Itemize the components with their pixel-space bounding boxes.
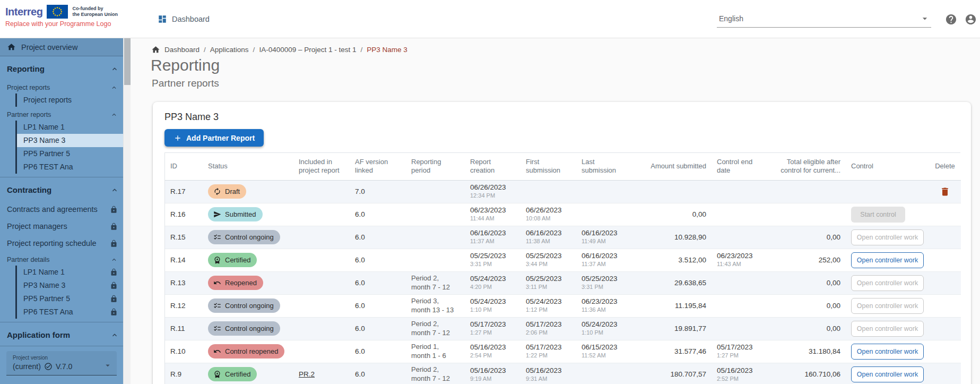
- column-header-id: ID: [165, 153, 203, 180]
- report-row[interactable]: R.12Control ongoing6.0Period 3,month 13 …: [165, 294, 961, 317]
- language-select[interactable]: English: [717, 11, 931, 28]
- total-eligible-after-control: 0,00: [767, 271, 846, 294]
- sidebar-item-pp6-test-ana[interactable]: PP6 TEST Ana: [17, 160, 123, 174]
- checklist-icon: [213, 302, 221, 310]
- dashboard-link[interactable]: Dashboard: [158, 0, 210, 38]
- sidebar-item-lp1-name-1[interactable]: LP1 Name 1: [17, 266, 123, 279]
- report-row[interactable]: R.16Submitted6.006/23/202311:44 AM06/26/…: [165, 203, 961, 226]
- sidebar-item-project-managers[interactable]: Project managers: [0, 218, 123, 235]
- project-version-select[interactable]: Project version (current) V.7.0: [6, 351, 117, 376]
- last-submission-date: 06/16/202311:37 AM: [576, 249, 632, 271]
- status-badge-control-ongoing: Control ongoing: [208, 230, 280, 244]
- total-eligible-after-control: [767, 203, 846, 226]
- report-id: R.11: [165, 317, 203, 340]
- af-version-linked: 7.0: [350, 180, 406, 203]
- scrollbar-thumb[interactable]: [124, 38, 131, 85]
- af-version-linked: 6.0: [350, 203, 406, 226]
- included-in-project-report: [293, 180, 350, 203]
- page-subtitle: Partner reports: [152, 78, 219, 89]
- last-submission-date: [576, 363, 632, 384]
- open-controller-work-button[interactable]: Open controller work: [851, 252, 924, 268]
- af-version-linked: 6.0: [350, 226, 406, 249]
- status-badge-control-ongoing: Control ongoing: [208, 298, 280, 313]
- delete-action: [929, 317, 961, 340]
- report-row[interactable]: R.11Control ongoing6.0Period 2,month 7 -…: [165, 317, 961, 340]
- report-creation-date: 05/17/20231:27 PM: [465, 317, 521, 340]
- total-eligible-after-control: 0,00: [767, 226, 846, 249]
- sidebar-group-partner-details[interactable]: Partner details: [0, 252, 123, 266]
- report-row[interactable]: R.10Control reopened6.0Period 1,month 1 …: [165, 340, 961, 363]
- report-creation-date: 05/25/20233:31 PM: [465, 249, 521, 271]
- help-icon[interactable]: [945, 13, 957, 25]
- total-eligible-after-control: [767, 180, 846, 203]
- report-status: Submitted: [203, 203, 293, 226]
- chevron-up-icon: [110, 84, 118, 91]
- report-row[interactable]: R.9CertifiedPR.26.0Period 2,month 7 - 12…: [165, 363, 961, 384]
- status-badge-draft: Draft: [208, 184, 246, 199]
- report-creation-date: 05/24/20231:10 PM: [465, 294, 521, 317]
- sidebar-item-pp5-partner-5[interactable]: PP5 Partner 5: [17, 292, 123, 305]
- report-id: R.10: [165, 340, 203, 363]
- report-creation-date: 06/26/202312:34 PM: [465, 180, 521, 203]
- report-row[interactable]: R.14Certified6.005/25/20233:31 PM05/25/2…: [165, 249, 961, 271]
- amount-submitted: [632, 180, 712, 203]
- reporting-period: Period 2,month 7 - 12: [406, 363, 465, 384]
- control-end-date: [712, 203, 767, 226]
- report-creation-date: 05/24/20234:20 PM: [465, 271, 521, 294]
- home-icon[interactable]: [151, 45, 160, 54]
- breadcrumb-item[interactable]: Dashboard: [164, 46, 200, 54]
- report-creation-date: 06/16/202311:37 AM: [465, 226, 521, 249]
- sidebar-section-application-form[interactable]: Application form: [0, 322, 123, 346]
- chevron-up-icon: [110, 65, 119, 73]
- included-in-project-report: [293, 340, 350, 363]
- sidebar-item-pp3-name-3[interactable]: PP3 Name 3: [17, 279, 123, 292]
- sidebar-group-project-reports[interactable]: Project reports: [0, 80, 123, 93]
- checklist-icon: [213, 233, 221, 241]
- reporting-period: Period 1,month 1 - 6: [406, 340, 465, 363]
- caret-down-icon: [103, 361, 112, 370]
- breadcrumb-item[interactable]: Applications: [210, 46, 249, 54]
- report-creation-date: 05/16/20232:54 PM: [465, 340, 521, 363]
- breadcrumb-item[interactable]: IA-0400009 – Project 1 - test 1: [259, 46, 356, 54]
- column-header-control: Control: [846, 153, 929, 180]
- reporting-period: [406, 203, 465, 226]
- sidebar-group-partner-reports[interactable]: Partner reports: [0, 107, 123, 121]
- medal-icon: [213, 370, 221, 378]
- sidebar-item-pp5-partner-5[interactable]: PP5 Partner 5: [17, 147, 123, 160]
- column-header-reporting-period: Reporting period: [406, 153, 465, 180]
- first-submission-date: 05/25/20233:11 PM: [521, 271, 576, 294]
- sidebar-item-contracts-and-agreements[interactable]: Contracts and agreements: [0, 201, 123, 218]
- report-row[interactable]: R.15Control ongoing6.006/16/202311:37 AM…: [165, 226, 961, 249]
- sidebar-item-project-reports[interactable]: Project reports: [17, 93, 123, 107]
- open-controller-work-button[interactable]: Open controller work: [851, 366, 924, 382]
- sidebar-item-project-reporting-schedule[interactable]: Project reporting schedule: [0, 235, 123, 252]
- reporting-period: [406, 249, 465, 271]
- home-icon: [7, 42, 16, 52]
- column-header-delete: Delete: [929, 153, 961, 180]
- sidebar-item-pp3-name-3[interactable]: PP3 Name 3: [17, 134, 123, 147]
- control-end-date: [712, 271, 767, 294]
- lock-icon: [110, 308, 118, 316]
- lock-icon: [110, 268, 118, 276]
- control-action: [846, 180, 929, 203]
- lock-icon: [110, 281, 118, 289]
- sidebar-section-contracting[interactable]: Contracting: [0, 177, 123, 201]
- column-header-included-in-project-report: Included in project report: [293, 153, 350, 180]
- last-submission-date: 05/24/20231:10 PM: [576, 317, 632, 340]
- report-row[interactable]: R.17Draft7.006/26/202312:34 PM: [165, 180, 961, 203]
- breadcrumb-separator: /: [360, 46, 362, 54]
- delete-icon[interactable]: [940, 186, 950, 197]
- included-in-project-report-link[interactable]: PR.2: [299, 370, 315, 378]
- open-controller-work-button[interactable]: Open controller work: [851, 344, 924, 360]
- sidebar-section-reporting[interactable]: Reporting: [0, 56, 123, 80]
- sidebar-item-pp6-test-ana[interactable]: PP6 TEST Ana: [17, 305, 123, 319]
- sidebar-item-lp1-name-1[interactable]: LP1 Name 1: [17, 121, 123, 134]
- report-id: R.17: [165, 180, 203, 203]
- main-scrollbar[interactable]: [123, 38, 131, 384]
- add-partner-report-button[interactable]: Add Partner Report: [164, 129, 264, 147]
- page-title: Reporting: [151, 56, 220, 74]
- account-icon[interactable]: [965, 13, 977, 25]
- sidebar-divider: [0, 346, 123, 346]
- sidebar-item-project-overview[interactable]: Project overview: [0, 38, 123, 56]
- report-row[interactable]: R.13Reopened6.0Period 2,month 7 - 1205/2…: [165, 271, 961, 294]
